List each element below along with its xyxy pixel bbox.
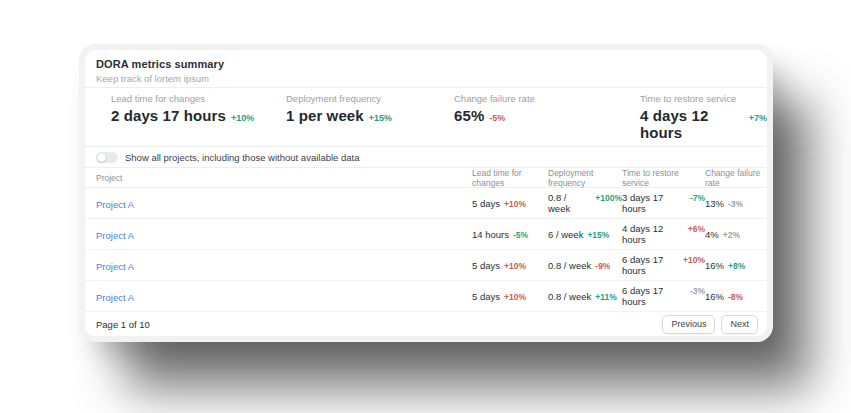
- metric-time-to-restore-service: Time to restore service 4 days 12 hours …: [640, 93, 767, 141]
- column-header-change-failure-rate: Change failure rate: [705, 168, 767, 188]
- metric-value: 2 days 17 hours: [111, 107, 226, 124]
- page-title: DORA metrics summary: [96, 58, 756, 70]
- table-footer: Page 1 of 10 Previous Next: [85, 312, 767, 336]
- dora-metrics-card-frame: DORA metrics summary Keep track of lorte…: [79, 44, 773, 342]
- show-all-toggle-label: Show all projects, including those witho…: [125, 152, 359, 163]
- cell-value: 13%: [705, 198, 724, 209]
- cell-delta: +10%: [504, 199, 526, 209]
- metric-delta: +15%: [369, 113, 392, 123]
- cell-value: 6 days 17 hours: [622, 285, 686, 307]
- next-button[interactable]: Next: [721, 315, 758, 334]
- cell-value: 5 days: [472, 291, 500, 302]
- cell-value: 4 days 12 hours: [622, 223, 684, 245]
- column-header-deployment-frequency: Deployment frequency: [548, 168, 622, 188]
- table-row: Project A 5 days+10% 0.8 / week+100% 3 d…: [85, 188, 767, 219]
- table-header-row: Project Lead time for changes Deployment…: [85, 167, 767, 188]
- metric-delta: +7%: [749, 113, 767, 123]
- metric-value: 65%: [454, 107, 484, 124]
- column-header-time-to-restore: Time to restore service: [622, 168, 705, 188]
- column-header-project: Project: [96, 173, 472, 183]
- cell-value: 0.8 / week: [548, 260, 591, 271]
- table-row: Project A 5 days+10% 0.8 / week-9% 6 day…: [85, 250, 767, 281]
- cell-delta: -9%: [595, 261, 610, 271]
- cell-delta: -8%: [728, 292, 743, 302]
- project-link[interactable]: Project A: [96, 292, 134, 303]
- cell-delta: +10%: [683, 255, 705, 265]
- card-header: DORA metrics summary Keep track of lorte…: [85, 50, 767, 88]
- cell-delta: +2%: [723, 230, 740, 240]
- project-link[interactable]: Project A: [96, 230, 134, 241]
- metrics-summary-row: Lead time for changes 2 days 17 hours +1…: [85, 88, 767, 147]
- cell-delta: -5%: [513, 230, 528, 240]
- metric-label: Time to restore service: [640, 93, 767, 104]
- previous-button[interactable]: Previous: [662, 315, 715, 334]
- cell-value: 14 hours: [472, 229, 509, 240]
- metric-deployment-frequency: Deployment frequency 1 per week +15%: [286, 93, 454, 141]
- cell-delta: -3%: [690, 286, 705, 296]
- cell-delta: +10%: [504, 261, 526, 271]
- metric-label: Change failure rate: [454, 93, 640, 104]
- show-all-toggle-row: Show all projects, including those witho…: [85, 147, 767, 167]
- metric-value: 1 per week: [286, 107, 364, 124]
- cell-value: 5 days: [472, 260, 500, 271]
- cell-delta: +6%: [688, 224, 705, 234]
- project-link[interactable]: Project A: [96, 261, 134, 272]
- page-subtitle: Keep track of lortem ipsum: [96, 73, 756, 84]
- cell-delta: +100%: [595, 193, 622, 203]
- show-all-projects-toggle[interactable]: [96, 152, 118, 163]
- cell-value: 0.8 / week: [548, 192, 591, 214]
- toggle-knob: [97, 153, 106, 162]
- metric-delta: +10%: [231, 113, 254, 123]
- cell-delta: +8%: [728, 261, 745, 271]
- cell-delta: -3%: [728, 199, 743, 209]
- cell-delta: +11%: [595, 292, 617, 302]
- metric-lead-time-for-changes: Lead time for changes 2 days 17 hours +1…: [111, 93, 286, 141]
- cell-value: 0.8 / week: [548, 291, 591, 302]
- table-row: Project A 5 days+10% 0.8 / week+11% 6 da…: [85, 281, 767, 312]
- metric-change-failure-rate: Change failure rate 65% -5%: [454, 93, 640, 141]
- metric-delta: -5%: [489, 113, 505, 123]
- cell-delta: +15%: [587, 230, 609, 240]
- cell-delta: +10%: [504, 292, 526, 302]
- metric-label: Lead time for changes: [111, 93, 286, 104]
- dora-metrics-card: DORA metrics summary Keep track of lorte…: [85, 50, 767, 336]
- cell-value: 3 days 17 hours: [622, 192, 686, 214]
- cell-value: 16%: [705, 260, 724, 271]
- cell-delta: -7%: [690, 193, 705, 203]
- page-status: Page 1 of 10: [96, 319, 150, 330]
- project-link[interactable]: Project A: [96, 199, 134, 210]
- cell-value: 6 / week: [548, 229, 583, 240]
- cell-value: 5 days: [472, 198, 500, 209]
- cell-value: 6 days 17 hours: [622, 254, 679, 276]
- metric-value: 4 days 12 hours: [640, 107, 744, 141]
- metric-label: Deployment frequency: [286, 93, 454, 104]
- column-header-lead-time: Lead time for changes: [472, 168, 548, 188]
- table-row: Project A 14 hours-5% 6 / week+15% 4 day…: [85, 219, 767, 250]
- cell-value: 4%: [705, 229, 719, 240]
- cell-value: 16%: [705, 291, 724, 302]
